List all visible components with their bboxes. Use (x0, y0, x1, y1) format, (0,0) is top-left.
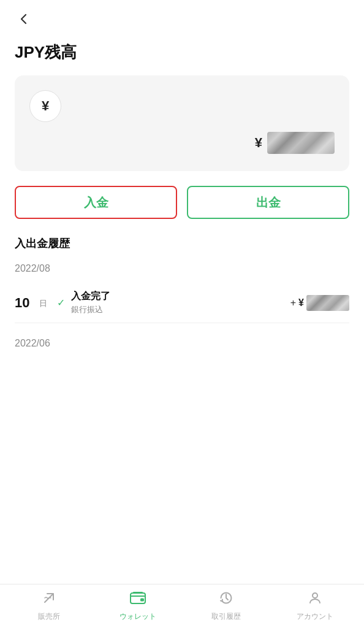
transaction-row: 10 日 ✓ 入金完了 銀行振込 + ¥ (15, 283, 349, 323)
nav-item-wallet[interactable]: ウォレット (116, 591, 159, 622)
nav-label-account: アカウント (297, 611, 333, 622)
history-icon (219, 591, 233, 609)
tx-plus-sign: + (290, 297, 296, 308)
action-buttons-row: 入金 出金 (15, 186, 349, 219)
nav-label-history: 取引履歴 (211, 611, 241, 622)
svg-point-2 (313, 593, 317, 598)
month-label-2022-06: 2022/06 (15, 338, 349, 349)
tx-check-icon: ✓ (57, 297, 65, 308)
tx-yen-sign: ¥ (298, 297, 304, 308)
tx-title: 入金完了 (71, 290, 290, 303)
sales-icon (42, 591, 56, 609)
balance-card: ¥ ¥ (15, 75, 349, 171)
account-icon (308, 591, 322, 609)
withdraw-button[interactable]: 出金 (187, 186, 349, 219)
page-container: JPY残高 ¥ ¥ 入金 出金 入出金履歴 2022/08 10 日 ✓ 入金完… (0, 0, 364, 628)
balance-yen-sign: ¥ (255, 135, 262, 151)
nav-item-sales[interactable]: 販売所 (28, 591, 70, 622)
wallet-icon (130, 591, 146, 609)
tx-subtitle: 銀行振込 (71, 304, 290, 315)
tx-amount-row: + ¥ (290, 295, 349, 311)
nav-item-history[interactable]: 取引履歴 (205, 591, 248, 622)
page-title: JPY残高 (0, 37, 364, 75)
yen-icon: ¥ (29, 90, 61, 122)
header (0, 0, 364, 37)
back-button[interactable] (15, 10, 33, 32)
day-wrapper: 10 日 ✓ (15, 295, 71, 311)
month-label-2022-08: 2022/08 (15, 263, 349, 274)
nav-label-wallet: ウォレット (119, 611, 156, 622)
tx-day: 10 (15, 295, 39, 311)
nav-label-sales: 販売所 (38, 611, 60, 622)
balance-value-blurred (267, 132, 335, 154)
tx-day-unit: 日 (39, 298, 47, 309)
tx-info: 入金完了 銀行振込 (71, 290, 290, 315)
svg-rect-1 (140, 599, 144, 602)
nav-item-account[interactable]: アカウント (294, 591, 336, 622)
history-title: 入出金履歴 (15, 236, 349, 251)
bottom-nav: 販売所 ウォレット 取引履歴 (0, 584, 364, 628)
balance-amount-row: ¥ (29, 132, 335, 154)
tx-amount-blurred (306, 295, 349, 311)
deposit-button[interactable]: 入金 (15, 186, 177, 219)
history-section: 入出金履歴 2022/08 10 日 ✓ 入金完了 銀行振込 + ¥ 2022/… (0, 236, 364, 584)
